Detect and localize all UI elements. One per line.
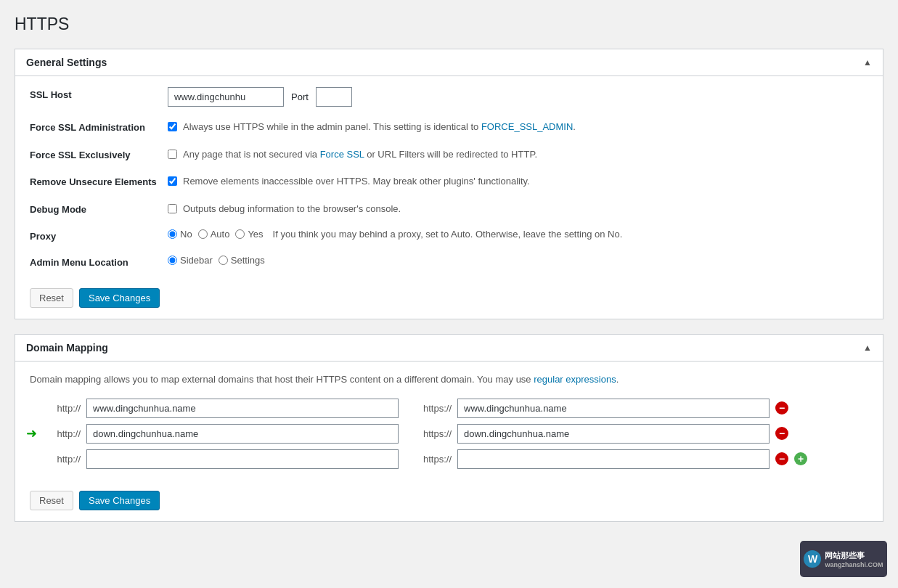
proxy-no-text: No [180, 229, 192, 240]
http-protocol-2: http:// [41, 428, 81, 439]
https-input-1[interactable] [457, 399, 770, 418]
port-label: Port [291, 91, 309, 102]
general-settings-buttons: Reset Save Changes [30, 281, 868, 308]
proxy-auto-text: Auto [211, 229, 230, 240]
force-ssl-text: Always use HTTPS while in the admin pane… [183, 120, 576, 134]
admin-settings-label[interactable]: Settings [219, 255, 265, 266]
domain-right-2: https:// − [412, 424, 788, 444]
force-ssl-admin-link[interactable]: FORCE_SSL_ADMIN [481, 121, 573, 132]
proxy-row: Proxy No Auto Yes If you think yo [30, 229, 868, 242]
domain-right-3: https:// − + [412, 449, 807, 469]
force-ssl-exclusively-row: Force SSL Exclusively Any page that is n… [30, 147, 868, 162]
domain-mapping-section: Domain Mapping ▲ Domain mapping allows y… [15, 334, 883, 522]
admin-menu-control: Sidebar Settings [168, 255, 868, 266]
debug-mode-text: Outputs debug information to the browser… [183, 202, 401, 216]
domain-row-3: http:// https:// − + [30, 449, 868, 469]
https-input-3[interactable] [457, 449, 770, 469]
general-settings-body: SSL Host Port Force SSL Administration A… [15, 76, 883, 319]
proxy-yes-label[interactable]: Yes [235, 229, 263, 240]
https-protocol-3: https:// [412, 454, 452, 465]
force-ssl-row: Force SSL Administration Always use HTTP… [30, 120, 868, 134]
admin-sidebar-label[interactable]: Sidebar [168, 255, 213, 266]
general-settings-toggle[interactable]: ▲ [863, 57, 872, 68]
admin-settings-radio[interactable] [219, 256, 228, 265]
force-ssl-checkbox-row: Always use HTTPS while in the admin pane… [168, 120, 868, 134]
proxy-auto-label[interactable]: Auto [198, 229, 230, 240]
https-protocol-2: https:// [412, 428, 452, 439]
force-ssl-link[interactable]: Force SSL [320, 149, 364, 160]
general-save-button[interactable]: Save Changes [79, 288, 160, 308]
proxy-yes-text: Yes [248, 229, 263, 240]
proxy-no-label[interactable]: No [168, 229, 192, 240]
logo-w-icon: W [804, 550, 821, 551]
add-btn-3[interactable]: + [794, 452, 807, 465]
admin-menu-radio-group: Sidebar Settings [168, 255, 868, 266]
domain-row-1: http:// https:// − [30, 399, 868, 418]
remove-unsecure-text: Remove elements inaccessible over HTTPS.… [183, 174, 530, 189]
proxy-label: Proxy [30, 229, 168, 242]
general-settings-section: General Settings ▲ SSL Host Port Force S… [15, 49, 883, 319]
proxy-control: No Auto Yes If you think you may behind … [168, 229, 868, 240]
domain-left-2: http:// [41, 424, 399, 444]
http-input-1[interactable] [86, 399, 399, 418]
proxy-yes-radio[interactable] [235, 229, 245, 239]
general-settings-header: General Settings ▲ [15, 49, 883, 76]
admin-menu-label: Admin Menu Location [30, 255, 168, 268]
http-protocol-3: http:// [41, 454, 81, 465]
general-reset-button[interactable]: Reset [30, 288, 73, 308]
remove-unsecure-checkbox[interactable] [168, 176, 177, 186]
arrow-indicator: ➜ [26, 425, 37, 441]
domain-save-button[interactable]: Save Changes [79, 491, 160, 510]
admin-sidebar-text: Sidebar [180, 255, 213, 266]
domain-mapping-body: Domain mapping allows you to map externa… [15, 362, 883, 521]
https-input-2[interactable] [457, 424, 770, 444]
ssl-host-row: SSL Host Port [30, 87, 868, 107]
remove-btn-2[interactable]: − [775, 427, 788, 440]
ssl-host-input[interactable] [168, 87, 284, 107]
proxy-no-radio[interactable] [168, 229, 177, 239]
watermark: W 网站那些事 wangzhanshi.COM [800, 541, 887, 551]
domain-mapping-title: Domain Mapping [26, 342, 108, 354]
remove-unsecure-row: Remove Unsecure Elements Remove elements… [30, 174, 868, 189]
domain-mapping-buttons: Reset Save Changes [30, 483, 868, 510]
domain-left-3: http:// [41, 449, 399, 469]
ssl-host-control: Port [168, 87, 868, 107]
admin-sidebar-radio[interactable] [168, 256, 177, 265]
admin-menu-row: Admin Menu Location Sidebar Settings [30, 255, 868, 268]
proxy-hint: If you think you may behind a proxy, set… [273, 229, 623, 240]
domain-row-2: ➜ http:// https:// − [30, 424, 868, 444]
remove-btn-3[interactable]: − [775, 452, 788, 465]
watermark-text: 网站那些事 wangzhanshi.COM [825, 550, 883, 551]
http-protocol-1: http:// [41, 403, 81, 414]
domain-mapping-description: Domain mapping allows you to map externa… [30, 372, 868, 388]
debug-mode-control: Outputs debug information to the browser… [168, 202, 868, 216]
domain-mapping-toggle[interactable]: ▲ [863, 343, 872, 353]
force-ssl-exclusively-checkbox[interactable] [168, 150, 177, 159]
remove-btn-1[interactable]: − [775, 401, 788, 415]
debug-mode-checkbox-row: Outputs debug information to the browser… [168, 202, 868, 216]
port-input[interactable] [316, 87, 352, 107]
force-ssl-exclusively-text: Any page that is not secured via Force S… [183, 147, 537, 162]
domain-right-1: https:// − [412, 399, 788, 418]
general-settings-title: General Settings [26, 57, 107, 68]
force-ssl-exclusively-checkbox-row: Any page that is not secured via Force S… [168, 147, 868, 162]
domain-reset-button[interactable]: Reset [30, 491, 73, 510]
regular-expressions-link[interactable]: regular expressions [534, 374, 616, 385]
proxy-auto-radio[interactable] [198, 229, 208, 239]
debug-mode-label: Debug Mode [30, 202, 168, 215]
admin-settings-text: Settings [231, 255, 265, 266]
domain-left-1: http:// [41, 399, 399, 418]
page-title: HTTPS [15, 15, 883, 34]
remove-unsecure-label: Remove Unsecure Elements [30, 174, 168, 187]
force-ssl-checkbox[interactable] [168, 122, 177, 131]
ssl-host-label: SSL Host [30, 87, 168, 100]
http-input-2[interactable] [86, 424, 399, 444]
force-ssl-exclusively-label: Force SSL Exclusively [30, 147, 168, 160]
domain-mapping-header: Domain Mapping ▲ [15, 335, 883, 362]
debug-mode-row: Debug Mode Outputs debug information to … [30, 202, 868, 216]
debug-mode-checkbox[interactable] [168, 204, 177, 213]
http-input-3[interactable] [86, 449, 399, 469]
force-ssl-label: Force SSL Administration [30, 120, 168, 133]
remove-unsecure-checkbox-row: Remove elements inaccessible over HTTPS.… [168, 174, 868, 189]
proxy-radio-group: No Auto Yes If you think you may behind … [168, 229, 868, 240]
